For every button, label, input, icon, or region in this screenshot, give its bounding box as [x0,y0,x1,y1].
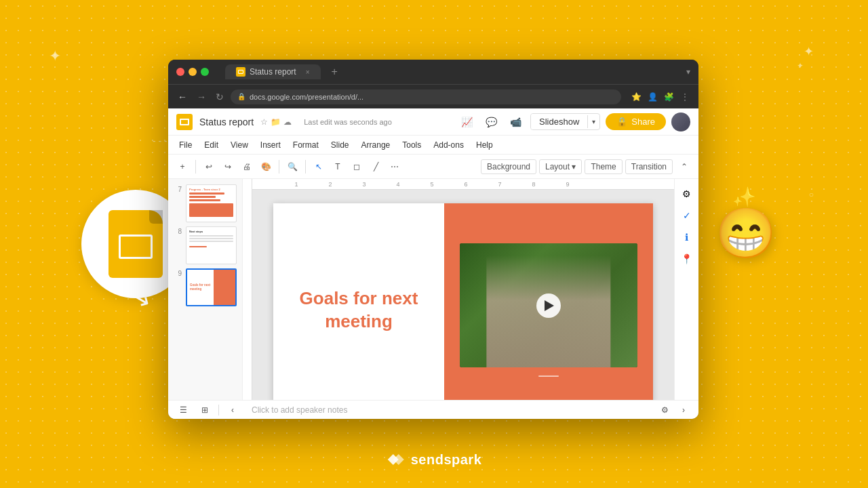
transition-button[interactable]: Transition [625,159,673,174]
doc-title[interactable]: Status report [199,117,254,127]
toolbar-shape[interactable]: ◻ [348,158,366,176]
ruler-mark-9: 9 [551,181,585,188]
menu-addons[interactable]: Add-ons [428,138,469,152]
back-button[interactable]: ← [175,90,190,104]
folder-button[interactable]: 📁 [271,117,281,127]
toolbar-redo[interactable]: ↪ [219,158,237,176]
grid-view-btn[interactable]: ⊞ [197,402,213,418]
layout-button[interactable]: Layout ▾ [539,159,582,174]
slide-9-thumbnail[interactable]: Goals for next meeting [186,268,237,306]
browser-window: Status report × + ▾ ← → ↻ 🔒 docs.google.… [168,60,698,419]
slideshow-label[interactable]: Slideshow [531,114,587,129]
lock-icon: 🔒 [237,93,245,100]
trending-icon[interactable]: 📈 [457,113,476,131]
slide-7-content: Progress - Team since 2 [186,185,236,220]
sidebar-check-icon[interactable]: ✓ [677,206,696,225]
video-embed[interactable] [460,243,637,367]
share-label: Share [631,117,655,127]
toolbar-line[interactable]: ╱ [367,158,384,176]
slide-7-bar-1 [189,192,224,195]
menu-insert[interactable]: Insert [255,138,286,152]
browser-tab[interactable]: Status report × [225,64,321,79]
filmstrip-view-btn[interactable]: ☰ [175,402,191,418]
nav-bar: ← → ↻ 🔒 docs.google.com/presentation/d/.… [168,84,698,108]
menu-view[interactable]: View [225,138,254,152]
menu-format[interactable]: Format [288,138,324,152]
bottom-left-arrow[interactable]: ‹ [224,402,241,418]
chat-icon[interactable]: 💬 [481,113,500,131]
menu-slide[interactable]: Slide [326,138,355,152]
menu-help[interactable]: Help [471,138,498,152]
toolbar-add[interactable]: + [174,158,191,176]
url-text: docs.google.com/presentation/d/... [250,93,363,101]
bookmark-button[interactable]: ⭐ [629,90,643,104]
sidebar-settings-icon[interactable]: ⚙ [677,184,696,203]
tab-close-button[interactable]: × [306,68,310,76]
slides-panel: 7 Progress - Team since 2 [168,179,243,400]
ruler-mark-4: 4 [381,181,415,188]
toolbar-zoom-out[interactable]: 🔍 [283,158,301,176]
slide-right-panel [444,203,653,400]
bottom-right-arrow[interactable]: › [675,402,692,418]
slides-app-icon [176,114,193,130]
menu-edit[interactable]: Edit [199,138,224,152]
new-tab-button[interactable]: + [332,66,338,78]
sendspark-brand: sendspark [387,450,482,469]
title-actions: ☆ 📁 ☁ [260,117,292,127]
slide-8-title: Next steps [189,230,233,233]
browser-dropdown[interactable]: ▾ [686,67,690,77]
menu-button[interactable]: ⋮ [678,90,692,104]
menu-tools[interactable]: Tools [397,138,427,152]
slide-canvas[interactable]: Goals for next meeting [273,203,653,400]
address-bar[interactable]: 🔒 docs.google.com/presentation/d/... [231,89,621,104]
slide-8-thumbnail[interactable]: Next steps [186,226,237,264]
slide-8-line-2 [189,238,233,239]
tab-title: Status report [250,67,296,77]
toolbar-undo[interactable]: ↩ [200,158,218,176]
cloud-button[interactable]: ☁ [283,117,292,127]
nav-actions: ⭐ 👤 🧩 ⋮ [629,90,692,104]
video-icon[interactable]: 📹 [506,113,525,131]
toolbar-paint[interactable]: 🎨 [257,158,275,176]
profile-button[interactable]: 👤 [646,90,659,104]
toolbar-cursor[interactable]: ↖ [310,158,328,176]
menu-arrange[interactable]: Arrange [356,138,396,152]
toolbar-more[interactable]: ⋯ [386,158,403,176]
minimize-button[interactable] [189,68,197,76]
refresh-button[interactable]: ↻ [213,90,226,104]
toolbar-print[interactable]: 🖨 [238,158,256,176]
ruler-horizontal: 1 2 3 4 5 6 7 8 9 [252,179,674,190]
canvas-body: 1 2 3 4 5 6 7 8 9 [243,179,698,400]
slide-7-bar-2 [189,196,216,198]
extensions-button[interactable]: 🧩 [662,90,675,104]
slide-7-title: Progress - Team since 2 [189,188,233,191]
maximize-button[interactable] [201,68,209,76]
accessibility-btn[interactable]: ⚙ [656,402,673,418]
speaker-notes-area[interactable]: Click to add speaker notes [246,405,651,415]
share-button[interactable]: 🔒 Share [606,113,666,130]
close-button[interactable] [176,68,184,76]
play-button[interactable] [536,293,561,318]
speaker-notes-text: Click to add speaker notes [252,405,347,415]
slideshow-button[interactable]: Slideshow ▾ [530,113,600,130]
toolbar-right: Background Layout ▾ Theme Transition ⌃ [481,158,693,176]
user-avatar[interactable] [671,113,690,131]
menu-file[interactable]: File [174,138,197,152]
bottom-bar: ☰ ⊞ ‹ Click to add speaker notes ⚙ › [168,400,698,419]
slide-9-num: 9 [174,268,182,277]
slide-8-container: 8 Next steps [174,226,237,264]
play-triangle-icon [545,300,554,311]
toolbar-text[interactable]: T [329,158,347,176]
toolbar-sep-1 [195,160,196,174]
slideshow-dropdown[interactable]: ▾ [587,115,599,128]
ruler-mark-5: 5 [415,181,449,188]
collapse-toolbar-button[interactable]: ⌃ [675,158,693,176]
theme-button[interactable]: Theme [585,159,622,174]
forward-button[interactable]: → [194,90,209,104]
sidebar-info-icon[interactable]: ℹ [677,228,696,247]
slide-7-thumbnail[interactable]: Progress - Team since 2 [186,184,237,222]
star-button[interactable]: ☆ [260,117,268,127]
share-lock-icon: 🔒 [616,117,627,127]
background-button[interactable]: Background [481,159,536,174]
sidebar-location-icon[interactable]: 📍 [677,249,696,268]
